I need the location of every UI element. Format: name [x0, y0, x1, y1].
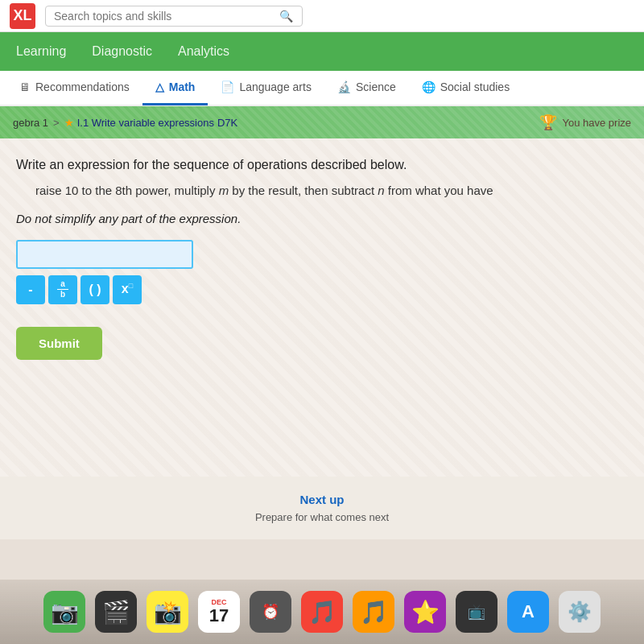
search-icon: 🔍	[279, 10, 293, 23]
tab-science-label: Science	[356, 80, 396, 93]
trophy-icon: 🏆	[539, 114, 557, 131]
nav-item-learning[interactable]: Learning	[16, 35, 66, 68]
tab-recommendations[interactable]: 🖥 Recommendations	[6, 71, 142, 105]
top-bar: XL 🔍	[0, 0, 644, 32]
answer-input[interactable]	[24, 247, 185, 261]
social-studies-icon: 🌐	[422, 80, 436, 93]
tab-social-studies[interactable]: 🌐 Social studies	[409, 71, 522, 105]
parentheses-icon: ( )	[89, 283, 101, 297]
tab-recommendations-label: Recommendations	[35, 80, 130, 93]
tab-social-studies-label: Social studies	[440, 80, 510, 93]
dock-finder[interactable]: ⏰	[250, 591, 291, 633]
dock-photos[interactable]: 📸	[147, 591, 188, 633]
breadcrumb-code: D7K	[217, 117, 237, 129]
breadcrumb-current: ★ I.1 Write variable expressions D7K	[64, 117, 238, 129]
dock-appletv[interactable]: 📺	[456, 591, 497, 633]
breadcrumb-bar: gebra 1 > ★ I.1 Write variable expressio…	[0, 106, 644, 138]
parentheses-button[interactable]: ( )	[80, 275, 109, 304]
main-content: Write an expression for the sequence of …	[0, 138, 644, 477]
tab-science[interactable]: 🔬 Science	[324, 71, 409, 105]
dock-quicktime[interactable]: 🎬	[95, 591, 137, 633]
search-bar[interactable]: 🔍	[45, 6, 303, 27]
dock-spotify[interactable]: 🎵	[353, 591, 394, 633]
no-simplify-note: Do not simplify any part of the expressi…	[16, 212, 628, 225]
breadcrumb: gebra 1 > ★ I.1 Write variable expressio…	[13, 117, 237, 129]
answer-area: - a b ( ) x□	[16, 240, 628, 304]
breadcrumb-separator: >	[53, 117, 60, 129]
minus-button[interactable]: -	[16, 275, 45, 304]
superscript-button[interactable]: x□	[113, 275, 142, 304]
question-detail: raise 10 to the 8th power, multiply m by…	[35, 182, 628, 200]
breadcrumb-parent[interactable]: gebra 1	[13, 117, 48, 129]
math-tools: - a b ( ) x□	[16, 275, 628, 304]
next-up-section: Next up Prepare for what comes next	[0, 477, 644, 539]
science-icon: 🔬	[337, 80, 351, 93]
dock-setapp[interactable]: ⭐	[404, 591, 446, 633]
tab-language-arts[interactable]: 📄 Language arts	[208, 71, 324, 105]
superscript-icon: x□	[122, 282, 133, 296]
answer-input-box[interactable]	[16, 240, 193, 269]
recommendations-icon: 🖥	[19, 80, 31, 93]
dock-calendar-day: 17	[209, 606, 229, 625]
dock-settings[interactable]: ⚙️	[559, 591, 601, 633]
nav-item-diagnostic[interactable]: Diagnostic	[92, 35, 152, 68]
submit-button[interactable]: Submit	[16, 327, 102, 360]
dock-facetime[interactable]: 📷	[43, 591, 85, 633]
fraction-icon: a b	[57, 280, 68, 299]
breadcrumb-current-label: I.1 Write variable expressions	[77, 117, 214, 129]
tab-math[interactable]: △ Math	[142, 71, 208, 105]
next-up-title: Next up	[16, 493, 628, 506]
star-icon: ★	[64, 117, 74, 129]
dock-texteditor[interactable]: A	[507, 591, 549, 633]
mac-dock: 📷 🎬 📸 DEC 17 ⏰ 🎵 🎵 ⭐ 📺 A ⚙️	[0, 580, 644, 644]
nav-item-analytics[interactable]: Analytics	[178, 35, 229, 68]
language-arts-icon: 📄	[221, 80, 234, 93]
xl-logo: XL	[10, 3, 35, 29]
subject-tabs: 🖥 Recommendations △ Math 📄 Language arts…	[0, 71, 644, 106]
dock-calendar[interactable]: DEC 17	[198, 591, 240, 633]
fraction-button[interactable]: a b	[48, 275, 77, 304]
next-up-subtitle: Prepare for what comes next	[16, 511, 628, 523]
tab-language-arts-label: Language arts	[239, 80, 312, 93]
main-navigation: Learning Diagnostic Analytics	[0, 32, 644, 71]
math-icon: △	[155, 80, 164, 93]
prize-badge: 🏆 You have prize	[539, 114, 631, 131]
prize-text: You have prize	[562, 117, 631, 129]
question-instruction: Write an expression for the sequence of …	[16, 158, 628, 172]
dock-music[interactable]: 🎵	[301, 591, 343, 633]
search-input[interactable]	[54, 10, 279, 23]
tab-math-label: Math	[169, 80, 196, 93]
